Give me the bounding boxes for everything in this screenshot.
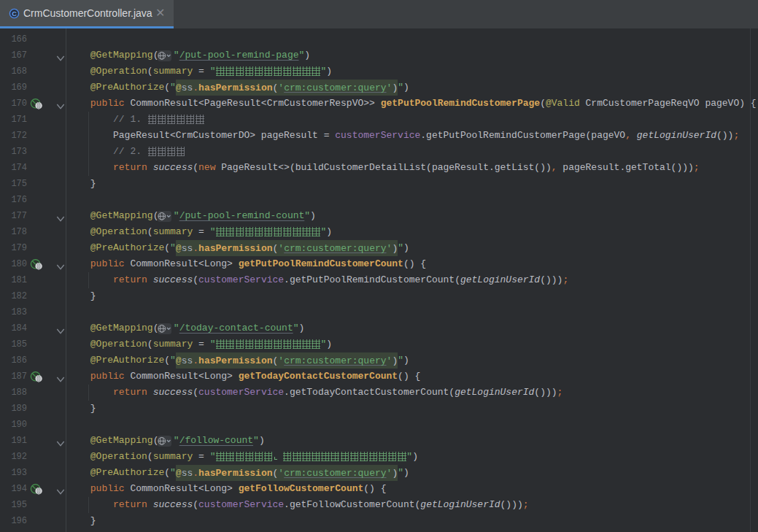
svg-text:C: C: [12, 9, 17, 17]
